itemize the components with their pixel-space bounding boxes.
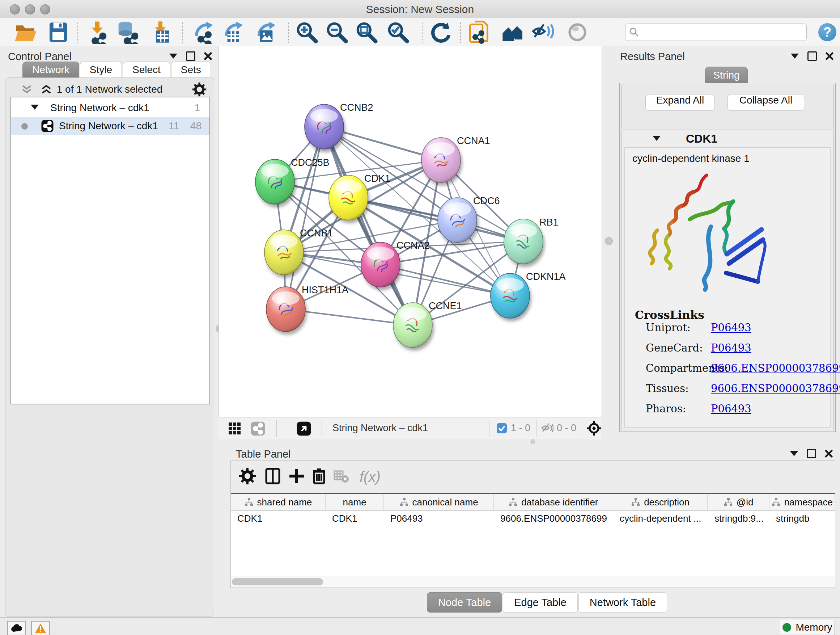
node-RB1[interactable] [504, 219, 543, 264]
export-image-icon[interactable] [253, 21, 276, 44]
column-header-canonical-name[interactable]: canonical name [384, 494, 494, 510]
cell[interactable]: 9606.ENSP00000378699 [494, 510, 613, 526]
save-session-icon[interactable] [47, 21, 70, 44]
right-splitter-handle[interactable] [605, 237, 613, 245]
import-database-icon[interactable] [115, 21, 138, 44]
tab-string[interactable]: String [705, 67, 748, 84]
network-row[interactable]: String Network – cdk1 11 48 [11, 117, 210, 135]
refresh-icon[interactable] [429, 21, 452, 44]
cell[interactable]: stringdb [769, 510, 835, 526]
zoom-in-icon[interactable] [295, 21, 318, 44]
home-icon[interactable] [501, 21, 524, 44]
cell[interactable]: stringdb:9... [708, 510, 769, 526]
table-horizontal-scrollbar[interactable] [231, 576, 835, 587]
edge[interactable] [286, 127, 324, 309]
search-input[interactable] [643, 25, 804, 40]
cell[interactable]: cyclin-dependent ... [613, 510, 708, 526]
delete-table-icon [333, 470, 352, 489]
crosslink-link[interactable]: 9606.ENSP00000378699 [711, 362, 840, 374]
cell[interactable]: CDK1 [325, 510, 384, 526]
delete-column-icon[interactable] [310, 467, 329, 486]
network-view-mode-icon[interactable] [250, 421, 265, 436]
right-splitter[interactable] [602, 46, 615, 439]
node-CDKN1A[interactable] [491, 273, 530, 318]
panel-menu-icon[interactable] [790, 451, 798, 456]
warning-button[interactable] [31, 621, 50, 635]
selected-checkbox-icon[interactable] [496, 423, 507, 434]
tab-network[interactable]: Network [22, 62, 79, 78]
hide-unhide-icon[interactable] [532, 21, 555, 44]
section-expand-icon[interactable] [653, 136, 660, 141]
panel-float-icon[interactable] [186, 51, 195, 61]
tab-sets[interactable]: Sets [171, 62, 211, 78]
cell[interactable]: CDK1 [231, 510, 325, 526]
crosslink-link[interactable]: P06493 [711, 402, 752, 415]
network-collection-row[interactable]: String Network – cdk1 1 [11, 99, 210, 117]
panel-float-icon[interactable] [807, 449, 816, 458]
column-header-namespace[interactable]: namespace [769, 494, 835, 510]
crosslink-link[interactable]: P06493 [711, 321, 752, 334]
panel-close-icon[interactable] [204, 52, 212, 60]
horizontal-splitter-handle[interactable] [531, 439, 535, 444]
cloud-button[interactable] [7, 621, 26, 635]
node-CCNE1[interactable] [393, 302, 432, 348]
memory-button[interactable]: Memory [780, 620, 835, 635]
node-CCNA1[interactable] [422, 138, 461, 182]
tab-edge-table[interactable]: Edge Table [503, 592, 578, 613]
collapse-all-button[interactable]: Collapse All [728, 94, 804, 111]
search-box[interactable] [625, 24, 807, 41]
column-header-description[interactable]: description [613, 494, 708, 510]
export-network-icon[interactable] [191, 21, 214, 44]
node-HIST1H1A[interactable] [266, 287, 305, 332]
panel-menu-icon[interactable] [169, 54, 177, 59]
help-button[interactable]: ? [818, 23, 836, 41]
column-header-shared-name[interactable]: shared name [231, 494, 325, 510]
panel-menu-icon[interactable] [791, 54, 799, 59]
grid-view-icon[interactable] [228, 422, 242, 435]
open-session-icon[interactable] [14, 21, 37, 44]
gene-name: CDK1 [686, 132, 717, 146]
zoom-selected-icon[interactable] [386, 21, 409, 44]
gene-section-header[interactable]: CDK1 [622, 130, 834, 147]
node-CDK1[interactable] [329, 175, 368, 220]
column-header-database-identifier[interactable]: database identifier [494, 494, 613, 510]
preview-icon[interactable] [566, 21, 589, 44]
node-CCNB2[interactable] [305, 104, 344, 149]
birdseye-view-icon[interactable] [296, 421, 311, 436]
export-table-icon[interactable] [221, 21, 244, 44]
node-CDC6[interactable] [438, 198, 477, 242]
node-CDC25B[interactable] [256, 159, 294, 204]
tab-style[interactable]: Style [80, 62, 122, 78]
hidden-eye-icon[interactable] [540, 422, 554, 434]
tab-select[interactable]: Select [123, 62, 171, 78]
column-header--id[interactable]: @id [707, 494, 769, 510]
panel-close-icon[interactable] [825, 450, 833, 458]
import-table-icon[interactable] [147, 21, 171, 44]
table-header-row: shared namenamecanonical namedatabase id… [231, 494, 835, 511]
expand-all-button[interactable]: Expand All [645, 94, 715, 111]
cell[interactable]: P06493 [384, 510, 494, 526]
add-column-icon[interactable] [288, 467, 307, 486]
column-header-name[interactable]: name [325, 494, 384, 510]
tab-node-table[interactable]: Node Table [427, 592, 502, 613]
zoom-fit-icon[interactable] [355, 21, 378, 44]
share-document-icon[interactable] [468, 21, 491, 44]
import-network-icon[interactable] [84, 21, 107, 44]
table-row[interactable]: CDK1CDK1P064939606.ENSP00000378699cyclin… [231, 510, 835, 526]
show-columns-icon[interactable] [264, 467, 283, 486]
zoom-out-icon[interactable] [325, 21, 348, 44]
scrollbar-thumb[interactable] [232, 578, 323, 585]
network-options-gear-icon[interactable] [192, 82, 207, 97]
fit-selected-crosshair-icon[interactable] [586, 420, 602, 436]
tab-network-table[interactable]: Network Table [578, 592, 667, 613]
panel-float-icon[interactable] [807, 51, 817, 61]
crosslink-link[interactable]: 9606.ENSP00000378699 [711, 382, 840, 394]
crosslink-link[interactable]: P06493 [711, 342, 752, 354]
node-CCNB1[interactable] [264, 230, 303, 275]
collection-expand-icon[interactable] [31, 105, 39, 110]
node-CCNA2[interactable] [361, 242, 400, 287]
network-canvas[interactable]: CCNB2 CCNA1 CDC25B CDK1 CDC6 [218, 46, 602, 417]
edge[interactable] [381, 264, 510, 296]
panel-close-icon[interactable] [826, 52, 834, 60]
table-gear-icon[interactable] [239, 467, 257, 486]
